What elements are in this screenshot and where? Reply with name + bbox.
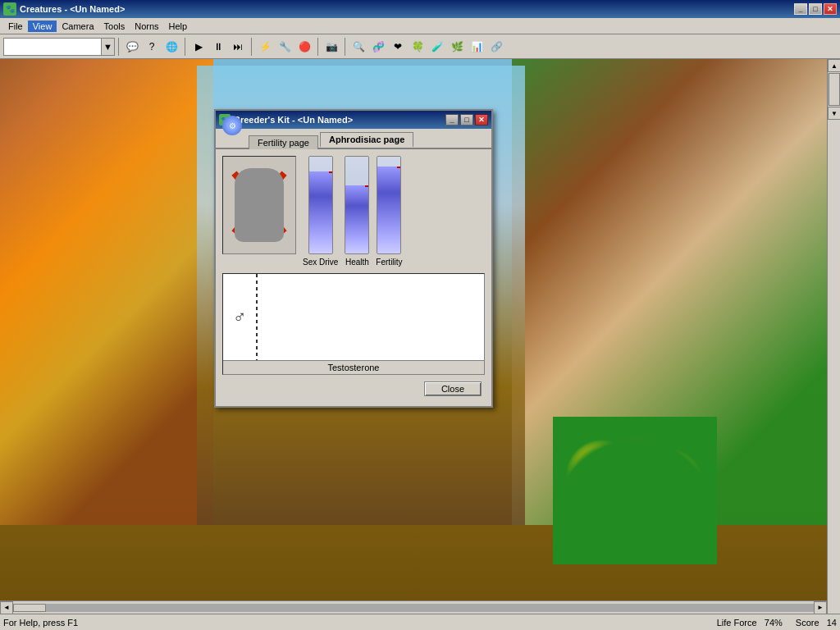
dialog-footer: Close bbox=[222, 378, 485, 399]
toolbar-separator-3 bbox=[251, 38, 252, 56]
health-label: Health bbox=[345, 258, 369, 267]
menu-bar: File View Camera Tools Norns Help bbox=[0, 18, 840, 34]
dialog-close-btn[interactable]: ✕ bbox=[475, 114, 488, 126]
sex-drive-label: Sex Drive bbox=[303, 258, 338, 267]
toolbar-net-btn[interactable]: 🔗 bbox=[486, 37, 506, 57]
hormone-inner: ♂ bbox=[223, 274, 484, 360]
scroll-right-btn[interactable]: ► bbox=[814, 601, 827, 614]
tab-icon: ⚙ bbox=[222, 116, 242, 135]
toolbar-play-btn[interactable]: ▶ bbox=[189, 37, 208, 57]
health-container: Health bbox=[345, 156, 369, 267]
creature-silhouette bbox=[235, 168, 284, 242]
tab-fertility[interactable]: Fertility page bbox=[249, 135, 318, 149]
top-section: Sex Drive Health bbox=[222, 156, 485, 267]
scroll-thumb[interactable] bbox=[829, 73, 840, 106]
toolbar-gene-btn[interactable]: 🧪 bbox=[427, 37, 447, 57]
close-app-button[interactable]: ✕ bbox=[824, 3, 837, 15]
fertility-container: Fertility bbox=[376, 156, 402, 267]
scroll-down-btn[interactable]: ▼ bbox=[828, 107, 840, 120]
maximize-button[interactable]: □ bbox=[809, 3, 822, 15]
toolbar-breed-btn[interactable]: 🍀 bbox=[408, 37, 427, 57]
menu-norns[interactable]: Norns bbox=[130, 21, 163, 32]
toolbar-env-btn[interactable]: 🌿 bbox=[447, 37, 467, 57]
life-force-value: 74% bbox=[765, 618, 783, 628]
toolbar-separator-5 bbox=[345, 38, 345, 56]
toolbar-btn-c[interactable]: 🔴 bbox=[294, 37, 314, 57]
right-scrollbar[interactable]: ▲ ▼ bbox=[827, 59, 840, 615]
menu-view[interactable]: View bbox=[28, 21, 57, 32]
health-marker bbox=[365, 185, 369, 187]
score-text: Score bbox=[796, 618, 819, 628]
toolbar-separator-1 bbox=[118, 38, 119, 56]
title-bar: 🐾 Creatures - <Un Named> _ □ ✕ bbox=[0, 0, 840, 18]
toolbar-separator-2 bbox=[185, 38, 185, 56]
sex-drive-bar bbox=[308, 156, 333, 254]
toolbar-search-btn[interactable]: 🔍 bbox=[349, 37, 368, 57]
toolbar-btn-b[interactable]: 🔧 bbox=[275, 37, 294, 57]
hormone-chart bbox=[256, 274, 484, 360]
toolbar-speech-btn[interactable]: 💬 bbox=[122, 37, 142, 57]
h-scroll-thumb[interactable] bbox=[13, 604, 46, 612]
toolbar-separator-4 bbox=[317, 38, 318, 56]
bg-flowers bbox=[553, 417, 717, 564]
stat-bars: Sex Drive Health bbox=[303, 156, 403, 267]
dialog-title: Breeder's Kit - <Un Named> bbox=[234, 115, 444, 125]
fertility-bar bbox=[377, 156, 401, 254]
bg-left-panel bbox=[0, 0, 213, 525]
health-bar bbox=[345, 156, 369, 254]
app-title: Creatures - <Un Named> bbox=[20, 4, 792, 14]
toolbar-btn-a[interactable]: ⚡ bbox=[255, 37, 275, 57]
fertility-marker bbox=[397, 167, 401, 168]
score-label: Score 14 bbox=[796, 618, 837, 628]
scroll-up-btn[interactable]: ▲ bbox=[828, 59, 840, 72]
score-value: 14 bbox=[827, 618, 837, 628]
toolbar: ▼ 💬 ? 🌐 ▶ ⏸ ⏭ ⚡ 🔧 🔴 📷 🔍 🧬 ❤ 🍀 🧪 🌿 📊 🔗 bbox=[0, 34, 840, 59]
dialog-minimize-btn[interactable]: _ bbox=[445, 114, 459, 126]
creature-selector[interactable] bbox=[3, 38, 102, 56]
fertility-label: Fertility bbox=[376, 258, 402, 267]
gender-symbol: ♂ bbox=[233, 307, 247, 328]
sex-drive-marker bbox=[329, 171, 333, 173]
status-help-text: For Help, press F1 bbox=[3, 618, 717, 628]
toolbar-camera-btn[interactable]: 📷 bbox=[322, 37, 341, 57]
bottom-scrollbar[interactable]: ◄ ► bbox=[0, 600, 827, 614]
sex-drive-container: Sex Drive bbox=[303, 156, 338, 267]
scroll-left-btn[interactable]: ◄ bbox=[0, 601, 13, 614]
gender-icon: ♂ bbox=[223, 274, 256, 360]
tab-aphrodisiac[interactable]: Aphrodisiac page bbox=[320, 132, 413, 148]
dialog-maximize-btn[interactable]: □ bbox=[460, 114, 473, 126]
breeders-kit-dialog: 🐾 Breeder's Kit - <Un Named> _ □ ✕ ⚙ Fer… bbox=[214, 109, 493, 408]
dialog-titlebar: 🐾 Breeder's Kit - <Un Named> _ □ ✕ bbox=[216, 111, 491, 129]
sex-drive-fill bbox=[309, 171, 332, 253]
tab-bar: ⚙ Fertility page Aphrodisiac page bbox=[216, 129, 491, 149]
menu-file[interactable]: File bbox=[3, 21, 28, 32]
toolbar-ff-btn[interactable]: ⏭ bbox=[228, 37, 248, 57]
health-fill bbox=[345, 185, 368, 253]
status-bar: For Help, press F1 Life Force 74% Score … bbox=[0, 614, 840, 630]
minimize-button[interactable]: _ bbox=[794, 3, 807, 15]
scroll-track[interactable] bbox=[828, 73, 840, 106]
close-dialog-button[interactable]: Close bbox=[424, 381, 482, 396]
toolbar-pause-btn[interactable]: ⏸ bbox=[208, 37, 228, 57]
dialog-content: Sex Drive Health bbox=[216, 149, 491, 406]
menu-tools[interactable]: Tools bbox=[99, 21, 130, 32]
app-icon: 🐾 bbox=[3, 2, 16, 16]
menu-help[interactable]: Help bbox=[164, 21, 193, 32]
life-force-label: Life Force 74% bbox=[717, 618, 783, 628]
life-force-text: Life Force bbox=[717, 618, 757, 628]
toolbar-health-btn[interactable]: ❤ bbox=[388, 37, 408, 57]
fertility-fill bbox=[377, 167, 400, 253]
creature-image bbox=[222, 156, 296, 254]
toolbar-help-btn[interactable]: ? bbox=[142, 37, 162, 57]
toolbar-extra-btn[interactable]: 📊 bbox=[467, 37, 486, 57]
toolbar-bio-btn[interactable]: 🧬 bbox=[368, 37, 388, 57]
toolbar-world-btn[interactable]: 🌐 bbox=[162, 37, 181, 57]
hormone-section: ♂ Testosterone bbox=[222, 273, 485, 375]
h-scroll-track[interactable] bbox=[13, 604, 814, 612]
creature-selector-arrow[interactable]: ▼ bbox=[102, 38, 115, 56]
hormone-label: Testosterone bbox=[223, 360, 484, 374]
chart-left-border bbox=[256, 274, 258, 360]
menu-camera[interactable]: Camera bbox=[57, 21, 98, 32]
status-right: Life Force 74% Score 14 bbox=[717, 618, 837, 628]
